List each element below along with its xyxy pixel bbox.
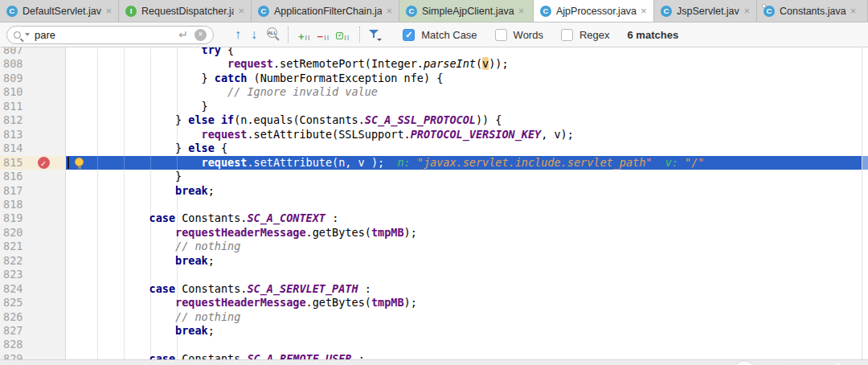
previous-occurrence-icon[interactable]: ↑ (235, 28, 241, 41)
close-tab-icon[interactable]: × (238, 6, 244, 16)
search-input[interactable] (35, 29, 178, 41)
code-line[interactable]: 828 (0, 338, 868, 351)
close-tab-icon[interactable]: × (518, 6, 525, 16)
library-badge-icon (762, 4, 766, 8)
line-number[interactable]: 823 (3, 268, 23, 281)
line-number[interactable]: 812 (3, 113, 23, 127)
code-text: } catch (NumberFormatException nfe) { (202, 72, 444, 85)
regex-option[interactable]: Regex (561, 29, 610, 41)
code-line[interactable]: 815request.setAttribute(n, v ); n: "java… (0, 156, 868, 170)
code-line[interactable]: 817break; (0, 184, 868, 198)
line-number[interactable]: 818 (3, 198, 23, 211)
line-number[interactable]: 828 (3, 338, 23, 351)
code-text: break; (175, 324, 215, 338)
class-icon: C (6, 6, 18, 17)
line-number[interactable]: 824 (3, 282, 23, 296)
close-tab-icon[interactable]: × (641, 6, 647, 16)
code-line[interactable]: 813request.setAttribute(SSLSupport.PROTO… (0, 128, 868, 141)
line-number[interactable]: 817 (3, 184, 23, 198)
code-line[interactable]: 827break; (0, 324, 868, 338)
error-stripe (862, 47, 862, 365)
editor-tab[interactable]: CJspServlet.java× (654, 0, 757, 22)
line-number[interactable]: 822 (3, 254, 23, 268)
close-tab-icon[interactable]: × (850, 6, 857, 16)
words-option[interactable]: Words (495, 29, 543, 41)
code-line[interactable]: 819case Constants.SC_A_CONTEXT : (0, 211, 868, 225)
match-case-checkbox[interactable] (403, 29, 415, 41)
remove-selection-occurrence-icon[interactable]: − II (317, 27, 330, 42)
line-number[interactable]: 813 (3, 128, 23, 141)
line-number[interactable]: 809 (3, 72, 23, 85)
find-all-occurrences-icon[interactable]: ALL (267, 27, 281, 42)
code-line[interactable]: 820requestHeaderMessage.getBytes(tmpMB); (0, 226, 868, 240)
editor-tab[interactable]: CAjpProcessor.java× (534, 0, 654, 22)
code-text: } (175, 170, 182, 183)
code-line[interactable]: 809} catch (NumberFormatException nfe) { (0, 72, 868, 85)
code-line[interactable]: 824case Constants.SC_A_SERVLET_PATH : (0, 282, 868, 296)
code-line[interactable]: 818 (0, 198, 868, 211)
line-number[interactable]: 825 (3, 296, 23, 310)
code-line[interactable]: 814} else { (0, 141, 868, 155)
line-number[interactable]: 811 (3, 100, 23, 113)
enter-icon: ↵ (178, 28, 188, 41)
close-tab-icon[interactable]: × (386, 6, 392, 16)
match-case-option[interactable]: Match Case (403, 29, 477, 41)
code-line[interactable]: 807try { (0, 47, 868, 57)
add-selection-occurrence-icon[interactable]: + II (298, 27, 311, 42)
code-line[interactable]: 811} (0, 100, 868, 113)
tab-label: DefaultServlet.java (23, 6, 101, 17)
line-number[interactable]: 810 (3, 85, 23, 99)
editor-tab[interactable]: CApplicationFilterChain.java× (252, 0, 399, 22)
next-occurrence-icon[interactable]: ↓ (251, 28, 257, 41)
wechat-icon (731, 358, 768, 365)
words-checkbox[interactable] (495, 29, 507, 41)
search-icon[interactable] (14, 31, 21, 39)
code-line[interactable]: 826// nothing (0, 310, 868, 324)
code-text: // Ignore invalid value (227, 85, 378, 99)
close-tab-icon[interactable]: × (105, 6, 112, 16)
line-number[interactable]: 815 (3, 156, 23, 170)
editor-tab-bar: CDefaultServlet.java×IRequestDispatcher.… (0, 0, 868, 23)
code-line[interactable]: 823 (0, 268, 868, 281)
line-number[interactable]: 814 (3, 141, 23, 155)
code-text: } else { (175, 141, 227, 155)
code-editor[interactable]: 807try {808request.setRemotePort(Integer… (0, 47, 868, 365)
line-number[interactable]: 821 (3, 240, 23, 253)
editor-tab[interactable]: CDefaultServlet.java× (0, 0, 119, 22)
code-line[interactable]: 821// nothing (0, 240, 868, 253)
line-number[interactable]: 807 (3, 47, 23, 57)
code-line[interactable]: 816} (0, 170, 868, 183)
search-field[interactable]: ↵ × (6, 26, 214, 44)
line-number[interactable]: 819 (3, 211, 23, 225)
code-text: requestHeaderMessage.getBytes(tmpMB); (175, 296, 417, 310)
intention-bulb-icon[interactable] (75, 158, 84, 166)
search-history-chevron-icon[interactable] (25, 33, 30, 36)
code-text: request.setAttribute(n, v ); n: "javax.s… (202, 156, 705, 170)
line-number[interactable]: 827 (3, 324, 23, 338)
line-number[interactable]: 826 (3, 310, 23, 324)
code-line[interactable]: 822break; (0, 254, 868, 268)
editor-tab[interactable]: IRequestDispatcher.java× (119, 0, 252, 22)
line-number[interactable]: 816 (3, 170, 23, 183)
code-line[interactable]: 825requestHeaderMessage.getBytes(tmpMB); (0, 296, 868, 310)
editor-tab[interactable]: CConstants.java× (757, 0, 868, 22)
code-text: request.setAttribute(SSLSupport.PROTOCOL… (202, 128, 574, 141)
close-tab-icon[interactable]: × (743, 6, 750, 16)
editor-tab[interactable]: CSimpleAjpClient.java× (399, 0, 534, 22)
code-line[interactable]: 812} else if(n.equals(Constants.SC_A_SSL… (0, 113, 868, 127)
select-all-occurrences-icon[interactable]: II (336, 27, 350, 42)
indent-guide (150, 156, 151, 170)
match-count: 6 matches (628, 29, 679, 41)
code-text: break; (175, 184, 215, 198)
code-text: } (202, 100, 208, 113)
breakpoint-icon[interactable] (38, 157, 50, 169)
code-line[interactable]: 810// Ignore invalid value (0, 85, 868, 99)
find-toolbar: ↵ × ↑ ↓ ALL + II − II II Match Case Word… (0, 23, 868, 47)
filter-icon[interactable] (368, 28, 381, 41)
class-icon: C (764, 6, 775, 17)
line-number[interactable]: 820 (3, 226, 23, 240)
regex-checkbox[interactable] (561, 29, 573, 41)
line-number[interactable]: 808 (3, 57, 23, 71)
code-line[interactable]: 808request.setRemotePort(Integer.parseIn… (0, 57, 868, 71)
clear-search-icon[interactable]: × (194, 29, 207, 41)
